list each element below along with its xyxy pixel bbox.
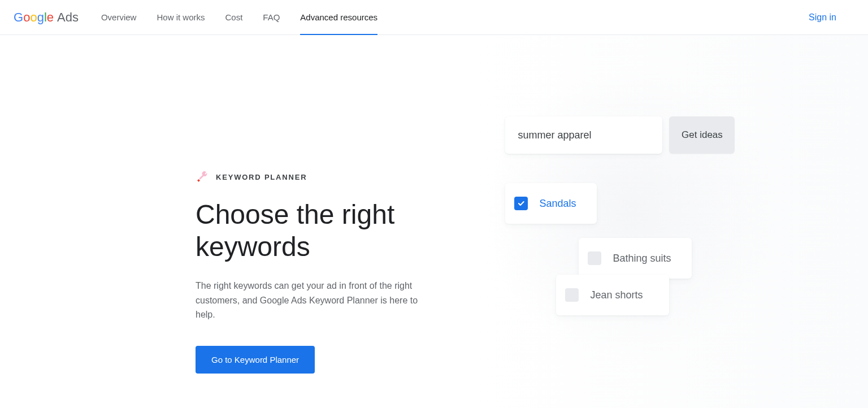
nav-overview[interactable]: Overview — [101, 0, 137, 34]
main-content: KEYWORD PLANNER Choose the right keyword… — [0, 35, 868, 408]
hero-illustration: summer apparel Get ideas Sandals Bathing… — [468, 35, 868, 408]
logo-suffix: Ads — [57, 10, 79, 25]
checkbox-unchecked-icon — [565, 288, 579, 302]
eyebrow: KEYWORD PLANNER — [196, 171, 468, 183]
page-description: The right keywords can get your ad in fr… — [196, 279, 422, 322]
checkbox-checked-icon — [514, 197, 528, 210]
illustration-chip-bathing-suits: Bathing suits — [579, 238, 692, 279]
hero-copy: KEYWORD PLANNER Choose the right keyword… — [0, 35, 468, 408]
nav-cost[interactable]: Cost — [225, 0, 242, 34]
illustration-search-row: summer apparel Get ideas — [505, 116, 735, 154]
svg-rect-0 — [197, 179, 200, 182]
go-to-keyword-planner-button[interactable]: Go to Keyword Planner — [196, 346, 315, 374]
eyebrow-label: KEYWORD PLANNER — [216, 173, 307, 181]
chip-label: Bathing suits — [613, 253, 671, 264]
chip-label: Sandals — [539, 198, 576, 210]
google-ads-logo[interactable]: Google Ads — [14, 10, 79, 25]
wrench-icon — [196, 171, 208, 183]
page-title: Choose the right keywords — [196, 199, 433, 263]
nav-advanced-resources[interactable]: Advanced resources — [300, 0, 377, 34]
chip-label: Jean shorts — [590, 289, 643, 301]
illustration-search-input: summer apparel — [505, 116, 662, 154]
illustration-chip-sandals: Sandals — [505, 183, 597, 224]
sign-in-link[interactable]: Sign in — [809, 12, 854, 23]
illustration-get-ideas-button: Get ideas — [669, 116, 735, 154]
nav-how-it-works[interactable]: How it works — [157, 0, 205, 34]
primary-nav: Overview How it works Cost FAQ Advanced … — [101, 0, 377, 34]
nav-faq[interactable]: FAQ — [263, 0, 280, 34]
illustration-chip-jean-shorts: Jean shorts — [556, 275, 669, 315]
site-header: Google Ads Overview How it works Cost FA… — [0, 0, 868, 35]
checkbox-unchecked-icon — [588, 251, 601, 265]
